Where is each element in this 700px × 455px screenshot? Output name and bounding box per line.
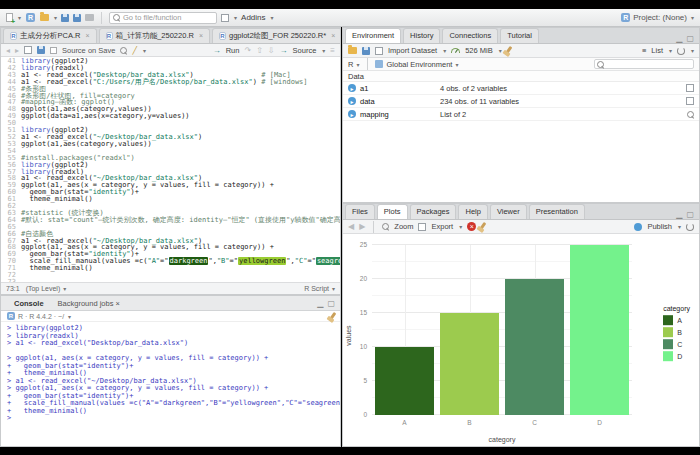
close-icon[interactable]: ×	[116, 299, 120, 308]
open-file-icon[interactable]	[40, 14, 49, 21]
rerun-icon[interactable]: ↷	[244, 46, 251, 55]
open-file-caret-icon[interactable]: ▾	[54, 14, 57, 21]
popout-icon[interactable]	[24, 46, 32, 54]
global-environment-dropdown[interactable]: Global Environment ▾	[387, 60, 459, 69]
pane-tab-viewer[interactable]: Viewer	[490, 204, 527, 219]
addins-menu[interactable]: Addins	[241, 13, 265, 22]
forward-icon[interactable]: ▸	[15, 46, 19, 55]
pane-tab-environment[interactable]: Environment	[345, 28, 401, 43]
load-workspace-icon[interactable]	[348, 47, 357, 54]
x-axis-title: category	[372, 436, 632, 443]
print-icon[interactable]	[85, 14, 94, 21]
refresh-caret-icon[interactable]: ▾	[691, 47, 694, 54]
outline-icon[interactable]: ≡	[330, 46, 335, 55]
pane-tab-files[interactable]: Files	[345, 204, 375, 219]
search-icon	[113, 14, 120, 21]
clear-all-plots-icon[interactable]	[479, 222, 487, 231]
magic-wand-icon[interactable]: ╱	[132, 46, 137, 55]
maximize-icon[interactable]: ▢	[686, 34, 694, 43]
panes-caret-icon[interactable]: ▾	[234, 14, 237, 21]
pane-tab-packages[interactable]: Packages	[410, 204, 457, 219]
code-editor[interactable]: 41library(ggplot2)42library(readxl)43a1 …	[1, 58, 340, 282]
new-project-icon[interactable]: R	[26, 13, 35, 22]
minimize-icon[interactable]: ▁	[317, 299, 323, 308]
console-output[interactable]: > library(ggplot2)> library(readxl)> a1 …	[1, 323, 340, 446]
tab-label: Connections	[449, 31, 491, 40]
minimize-icon[interactable]: ▁	[676, 34, 682, 43]
pane-tab-help[interactable]: Help	[458, 204, 487, 219]
minimize-icon[interactable]: ▁	[676, 210, 682, 219]
console-line: > a1 <- read_excel("Desktop/bar_data.xls…	[7, 340, 340, 348]
tab-background-jobs[interactable]: Background jobs ×	[51, 297, 127, 310]
new-file-caret-icon[interactable]: ▾	[18, 14, 21, 21]
environment-object-row[interactable]: ▸mappingList of 2	[343, 108, 699, 121]
run-button[interactable]: Run	[226, 46, 240, 55]
zoom-plot-button[interactable]: Zoom	[394, 222, 413, 231]
editor-tab[interactable]: R主成分分析PCA.R×	[3, 28, 97, 43]
pane-tab-history[interactable]: History	[403, 28, 440, 43]
project-icon: R	[621, 13, 630, 22]
y-tick-label: 5	[363, 377, 367, 384]
refresh-icon[interactable]	[677, 47, 685, 55]
close-icon[interactable]: ×	[331, 32, 335, 39]
remove-plot-button[interactable]: ×	[467, 222, 476, 231]
pane-tab-plots[interactable]: Plots	[377, 204, 408, 219]
publish-caret-icon[interactable]: ▾	[678, 223, 681, 230]
export-button[interactable]: Export	[431, 222, 453, 231]
save-icon[interactable]	[61, 14, 69, 22]
publish-button[interactable]: Publish	[647, 222, 672, 231]
y-axis-title: values	[345, 316, 352, 356]
environment-search-input[interactable]	[594, 59, 694, 69]
tab-console[interactable]: Console	[7, 297, 51, 310]
save-all-icon[interactable]	[73, 14, 81, 22]
table-view-icon[interactable]	[686, 84, 694, 92]
import-caret-icon[interactable]: ▾	[443, 47, 446, 54]
memory-usage-label[interactable]: 526 MiB	[465, 46, 493, 55]
file-type-selector[interactable]: R Script ▾	[304, 285, 335, 292]
previous-plot-icon[interactable]: ◀	[348, 222, 354, 231]
memory-caret-icon[interactable]: ▾	[499, 47, 502, 54]
next-plot-icon[interactable]: ▶	[359, 222, 365, 231]
import-dataset-button[interactable]: Import Dataset	[388, 46, 437, 55]
source-up-icon[interactable]: ⇧	[256, 46, 263, 55]
editor-tab[interactable]: R箱_计算功能_250220.R×	[99, 28, 210, 43]
find-icon[interactable]	[120, 47, 127, 54]
language-selector[interactable]: R ▾	[348, 60, 360, 69]
addins-caret-icon[interactable]: ▾	[271, 14, 274, 21]
table-view-icon[interactable]	[686, 97, 694, 105]
source-caret-icon[interactable]: ▾	[322, 47, 325, 54]
run-icon: →	[213, 46, 221, 55]
code-line: 49ggplot(data=a1,aes(x=category,y=values…	[1, 113, 340, 120]
environment-object-row[interactable]: ▸data234 obs. of 11 variables	[343, 95, 699, 108]
pane-tab-tutorial[interactable]: Tutorial	[500, 28, 539, 43]
source-button[interactable]: Source	[293, 46, 317, 55]
workspace-panes-icon[interactable]	[221, 14, 229, 22]
source-down-icon[interactable]: ⇩	[268, 46, 275, 55]
new-file-icon[interactable]	[6, 13, 13, 22]
pane-tab-presentation[interactable]: Presentation	[529, 204, 585, 219]
environment-object-row[interactable]: ▸a14 obs. of 2 variables	[343, 82, 699, 95]
save-workspace-icon[interactable]	[362, 47, 370, 55]
console-dir-caret-icon[interactable]: ▾	[68, 313, 71, 320]
scope-selector[interactable]: (Top Level) ▾	[26, 285, 67, 292]
list-caret-icon[interactable]: ▾	[669, 47, 672, 54]
export-caret-icon[interactable]: ▾	[459, 223, 462, 230]
editor-tab[interactable]: Rggplot2绘图_FOR 250220.R*×	[212, 28, 340, 43]
close-icon[interactable]: ×	[85, 32, 89, 39]
goto-file-input[interactable]: Go to file/function	[109, 12, 217, 24]
refresh-plot-icon[interactable]	[686, 223, 694, 231]
source-on-save-checkbox[interactable]	[50, 47, 57, 54]
wand-caret-icon[interactable]: ▾	[143, 47, 146, 54]
clear-environment-icon[interactable]	[504, 46, 512, 55]
inspect-icon[interactable]	[687, 111, 694, 118]
maximize-icon[interactable]: ▢	[686, 210, 694, 219]
back-icon[interactable]: ◂	[6, 46, 10, 55]
maximize-icon[interactable]: ▢	[327, 299, 335, 308]
save-source-icon[interactable]	[37, 46, 45, 54]
project-menu[interactable]: R Project: (None) ▾	[621, 13, 694, 22]
clear-console-icon[interactable]	[329, 311, 337, 320]
plot-legend: category ABCD	[663, 305, 690, 363]
pane-tab-connections[interactable]: Connections	[442, 28, 498, 43]
close-icon[interactable]: ×	[199, 32, 203, 39]
list-view-dropdown[interactable]: List	[651, 46, 663, 55]
